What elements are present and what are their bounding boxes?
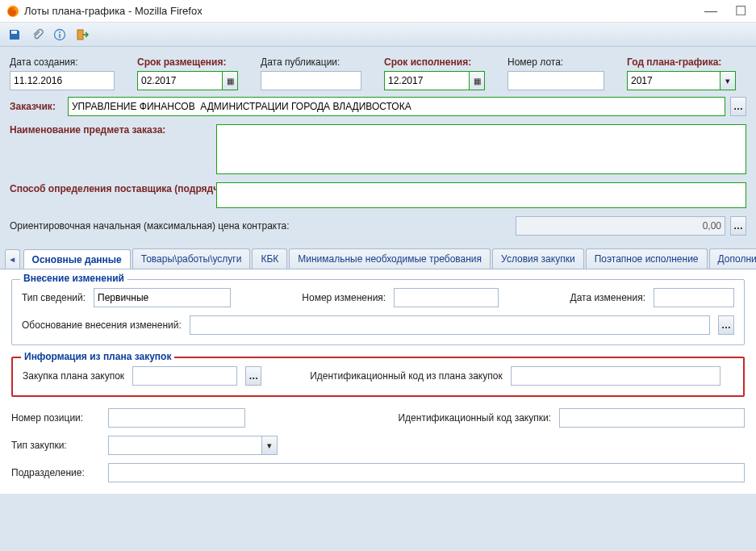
customer-input[interactable] <box>68 97 725 116</box>
svg-point-3 <box>59 31 61 33</box>
plan-year-select[interactable] <box>627 71 720 90</box>
plan-purchase-label: Закупка плана закупок <box>23 370 124 382</box>
change-reason-lookup-button[interactable]: … <box>718 315 734 335</box>
calendar-icon: ▦ <box>227 77 234 86</box>
price-label: Ориентировочная начальная (максимальная)… <box>10 220 290 232</box>
exec-term-input[interactable] <box>384 71 469 90</box>
lot-number-label: Номер лота: <box>507 56 612 68</box>
change-reason-label: Обоснование внесения изменений: <box>22 319 182 331</box>
placement-term-picker-button[interactable]: ▦ <box>222 71 238 90</box>
chevron-down-icon: ▾ <box>267 440 272 451</box>
change-date-input[interactable] <box>654 288 734 307</box>
changes-fieldset: Внесение изменений Тип сведений: Номер и… <box>11 279 745 345</box>
supplier-method-label: Способ определения поставщика (подрядчик… <box>10 182 211 195</box>
exit-button[interactable] <box>74 27 90 43</box>
tab-4[interactable]: Условия закупки <box>492 248 584 269</box>
lot-number-input[interactable] <box>507 71 604 90</box>
plan-year-dropdown-button[interactable]: ▾ <box>720 71 736 90</box>
plan-idcode-input[interactable] <box>511 366 720 386</box>
paperclip-icon <box>31 28 44 41</box>
tab-scroll-left-button[interactable]: ◄ <box>5 249 20 269</box>
exec-term-picker-button[interactable]: ▦ <box>469 71 485 90</box>
subject-label: Наименование предмета заказа: <box>10 124 211 136</box>
subject-textarea[interactable] <box>216 124 746 174</box>
changes-legend: Внесение изменений <box>20 273 127 284</box>
customer-lookup-button[interactable]: … <box>730 97 746 116</box>
tab-5[interactable]: Поэтапное исполнение <box>586 248 708 269</box>
change-date-label: Дата изменения: <box>570 292 646 303</box>
change-type-label: Тип сведений: <box>22 292 86 303</box>
window-titlebar: Лоты плана-графика - Mozilla Firefox — ☐ <box>0 0 756 23</box>
plan-purchase-input[interactable] <box>132 366 237 386</box>
change-number-input[interactable] <box>394 288 499 307</box>
firefox-icon <box>6 5 19 18</box>
save-icon <box>8 28 21 41</box>
division-label: Подразделение: <box>11 467 100 478</box>
save-button[interactable] <box>6 27 23 43</box>
customer-label: Заказчик: <box>10 101 63 112</box>
calendar-icon: ▦ <box>474 77 481 86</box>
chevron-down-icon: ▾ <box>725 76 730 86</box>
position-number-label: Номер позиции: <box>11 412 100 424</box>
attach-button[interactable] <box>29 27 45 43</box>
info-icon <box>53 28 66 41</box>
position-number-input[interactable] <box>108 408 245 428</box>
window-title: Лоты плана-графика - Mozilla Firefox <box>24 5 203 17</box>
price-input <box>516 216 725 236</box>
division-input[interactable] <box>108 463 745 482</box>
change-reason-input[interactable] <box>190 315 710 335</box>
plan-purchase-lookup-button[interactable]: … <box>245 366 261 386</box>
supplier-method-input[interactable] <box>216 182 746 208</box>
change-type-input[interactable] <box>94 288 231 307</box>
tab-6[interactable]: Дополнительные да <box>709 248 756 269</box>
change-number-label: Номер изменения: <box>302 292 386 303</box>
create-date-label: Дата создания: <box>10 56 123 68</box>
tab-panel-main: Внесение изменений Тип сведений: Номер и… <box>0 269 756 494</box>
exit-icon <box>76 28 89 41</box>
svg-rect-5 <box>77 30 83 40</box>
publish-date-label: Дата публикации: <box>261 56 370 68</box>
app-toolbar <box>0 23 756 47</box>
placement-term-input[interactable] <box>137 71 222 90</box>
tabs-strip: ◄ Основные данныеТовары\работы\услугиКБК… <box>0 248 756 269</box>
info-button[interactable] <box>52 27 68 43</box>
plan-idcode-label: Идентификационный код из плана закупок <box>310 370 503 382</box>
window-minimize-button[interactable]: — <box>704 5 717 18</box>
window-maximize-button[interactable]: ☐ <box>735 5 746 18</box>
tab-3[interactable]: Минимальные необходимые требования <box>289 248 491 269</box>
plan-year-label: Год плана-графика: <box>627 56 744 68</box>
placement-term-label: Срок размещения: <box>137 56 246 68</box>
create-date-input[interactable] <box>10 71 115 90</box>
plan-info-legend: Информация из плана закупок <box>21 351 174 362</box>
tab-2[interactable]: КБК <box>252 248 287 269</box>
publish-date-input[interactable] <box>261 71 361 90</box>
tab-1[interactable]: Товары\работы\услуги <box>132 248 251 269</box>
svg-rect-1 <box>15 31 17 33</box>
tab-0[interactable]: Основные данные <box>23 249 131 269</box>
purchase-type-select[interactable] <box>108 436 261 455</box>
purchase-idcode-input[interactable] <box>559 408 745 428</box>
plan-info-fieldset: Информация из плана закупок Закупка план… <box>11 357 745 397</box>
purchase-type-dropdown-button[interactable]: ▾ <box>261 436 278 455</box>
svg-rect-4 <box>59 34 61 38</box>
purchase-idcode-label: Идентификационный код закупки: <box>398 412 551 424</box>
price-lookup-button[interactable]: … <box>730 216 746 236</box>
purchase-type-label: Тип закупки: <box>11 440 100 451</box>
exec-term-label: Срок исполнения: <box>384 56 493 68</box>
